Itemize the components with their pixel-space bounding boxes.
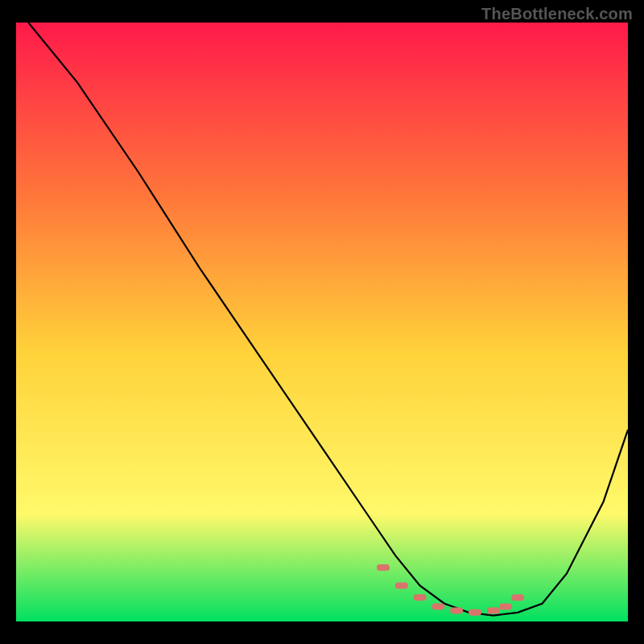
valley-marker xyxy=(431,603,444,609)
valley-marker xyxy=(395,582,408,588)
valley-marker xyxy=(469,609,481,616)
valley-marker xyxy=(414,594,427,601)
valley-marker xyxy=(511,594,524,601)
valley-marker xyxy=(499,603,512,609)
watermark-text: TheBottleneck.com xyxy=(481,5,633,23)
valley-marker xyxy=(377,564,390,571)
valley-marker xyxy=(487,608,500,614)
bottleneck-chart xyxy=(0,0,644,644)
plot-area xyxy=(16,23,628,621)
valley-marker xyxy=(450,608,463,614)
chart-container: TheBottleneck.com xyxy=(0,0,644,644)
